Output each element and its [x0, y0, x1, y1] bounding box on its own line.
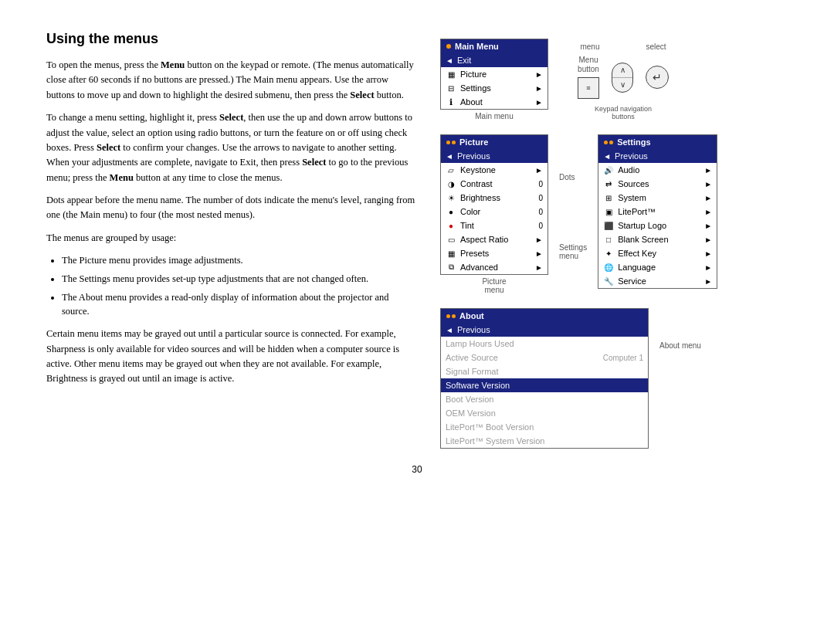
nav-controls: menu select Menubutton ≡ ∧ ∨ ↵	[578, 42, 669, 120]
about-menu-titlebar: About	[441, 309, 648, 323]
menu-btn-label: Menubutton	[578, 56, 599, 74]
paragraph-2: To change a menu setting, highlight it, …	[46, 110, 417, 185]
side-labels: Dots Settings menu	[559, 134, 587, 260]
picture-advanced[interactable]: ⧉ Advanced ►	[441, 260, 548, 274]
dots-label: Dots	[559, 173, 587, 181]
settings-prev-arrow: ◄	[603, 152, 611, 161]
settings-effect[interactable]: ✦ Effect Key ►	[598, 246, 717, 260]
settings-menu-group: Settings ◄ Previous 🔊 Audio ► ⇄ Sources	[598, 134, 717, 289]
presets-arrow: ►	[535, 249, 543, 258]
settings-language[interactable]: 🌐 Language ►	[598, 260, 717, 274]
settings-service[interactable]: 🔧 Service ►	[598, 274, 717, 288]
settings-startup[interactable]: ⬛ Startup Logo ►	[598, 219, 717, 232]
blank-arrow: ►	[704, 236, 712, 244]
about-oem: OEM Version	[441, 406, 648, 420]
about-prev-arrow: ◄	[446, 326, 453, 334]
keystone-arrow: ►	[535, 166, 543, 175]
brightness-icon: ☀	[446, 192, 456, 203]
system-arrow: ►	[704, 194, 712, 202]
keystone-icon: ▱	[446, 164, 456, 175]
picture-presets[interactable]: ▦ Presets ►	[441, 246, 548, 260]
down-button[interactable]: ∨	[612, 78, 632, 92]
about-source: Active Source Computer 1	[441, 351, 648, 364]
about-menu-title: About	[459, 311, 484, 320]
right-column: Main Menu ◄ Exit ▦ Picture ►	[440, 31, 788, 449]
settings-arrow-icon: ►	[535, 84, 543, 93]
menu-item-about[interactable]: ℹ About ►	[441, 95, 548, 109]
usage-list: The Picture menu provides image adjustme…	[62, 253, 417, 319]
system-icon: ⊞	[603, 192, 614, 203]
settings-system[interactable]: ⊞ System ►	[598, 191, 717, 205]
picture-contrast[interactable]: ◑ Contrast 0	[441, 177, 548, 191]
paragraph-3: Dots appear before the menu name. The nu…	[46, 193, 417, 223]
select-button[interactable]: ↵	[646, 66, 669, 89]
picture-brightness[interactable]: ☀ Brightness 0	[441, 191, 548, 205]
about-lamp: Lamp Hours Used	[441, 337, 648, 351]
presets-icon: ▦	[446, 248, 456, 259]
settings-audio[interactable]: 🔊 Audio ►	[598, 163, 717, 177]
advanced-arrow: ►	[535, 263, 543, 272]
paragraph-5: Certain menu items may be grayed out unt…	[46, 327, 417, 387]
about-arrow-icon: ►	[535, 98, 543, 107]
picture-menu-group: Picture ◄ Previous ▱ Keystone ► ◑ Contra…	[440, 134, 548, 294]
list-item-about: The About menu provides a read-only disp…	[62, 290, 417, 320]
picture-label: Picture	[460, 69, 486, 79]
list-item-settings: The Settings menu provides set-up type a…	[62, 272, 417, 286]
prev-arrow-icon: ◄	[446, 152, 453, 161]
settings-menu-title: Settings	[617, 137, 650, 147]
main-menu-group: Main Menu ◄ Exit ▦ Picture ►	[440, 39, 548, 120]
picture-menu-titlebar: Picture	[441, 135, 548, 149]
sources-arrow: ►	[704, 180, 712, 188]
picture-arrow-icon: ►	[535, 70, 543, 79]
effect-arrow: ►	[704, 249, 712, 258]
menu-item-exit[interactable]: ◄ Exit	[441, 53, 548, 67]
keypad-caption: Keypad navigationbuttons	[595, 105, 652, 120]
picture-tint[interactable]: ● Tint 0	[441, 219, 548, 232]
settings-menu-label: Settings menu	[559, 243, 587, 260]
up-button[interactable]: ∧	[612, 63, 632, 77]
picture-prev[interactable]: ◄ Previous	[441, 149, 548, 163]
about-signal: Signal Format	[441, 364, 648, 378]
picture-menu-title: Picture	[459, 137, 488, 147]
paragraph-4: The menus are grouped by usage:	[46, 231, 417, 246]
previous-label: Previous	[457, 151, 490, 161]
settings-label: Settings	[460, 83, 491, 93]
top-right-row: Main Menu ◄ Exit ▦ Picture ►	[440, 39, 788, 120]
about-software-version[interactable]: Software Version	[441, 378, 648, 392]
picture-keystone[interactable]: ▱ Keystone ►	[441, 163, 548, 177]
about-liteport-system: LitePort™ System Version	[441, 434, 648, 448]
picture-menu-caption: Picturemenu	[482, 277, 506, 294]
settings-menu-box: Settings ◄ Previous 🔊 Audio ► ⇄ Sources	[598, 134, 717, 289]
advanced-icon: ⧉	[446, 262, 456, 273]
menu-item-picture[interactable]: ▦ Picture ►	[441, 67, 548, 81]
service-icon: 🔧	[603, 276, 614, 286]
settings-blank[interactable]: □ Blank Screen ►	[598, 232, 717, 246]
settings-liteport[interactable]: ▣ LitePort™ ►	[598, 205, 717, 219]
dot-indicator	[446, 44, 451, 49]
audio-arrow: ►	[704, 166, 712, 175]
settings-prev[interactable]: ◄ Previous	[598, 149, 717, 163]
middle-menus-row: Picture ◄ Previous ▱ Keystone ► ◑ Contra…	[440, 134, 788, 294]
about-prev[interactable]: ◄ Previous	[441, 323, 648, 337]
language-icon: 🌐	[603, 262, 614, 273]
up-down-buttons: ∧ ∨	[612, 63, 633, 93]
startup-arrow: ►	[704, 222, 712, 230]
about-liteport-boot: LitePort™ Boot Version	[441, 420, 648, 434]
menu-item-settings[interactable]: ⊟ Settings ►	[441, 81, 548, 95]
picture-aspect[interactable]: ▭ Aspect Ratio ►	[441, 232, 548, 246]
tint-icon: ●	[446, 220, 456, 231]
settings-sources[interactable]: ⇄ Sources ►	[598, 177, 717, 191]
exit-label: Exit	[457, 56, 471, 65]
color-icon: ●	[446, 206, 456, 217]
about-menu-caption: About menu	[659, 341, 701, 350]
contrast-icon: ◑	[446, 178, 456, 189]
aspect-arrow: ►	[535, 236, 543, 244]
dot-1	[446, 44, 451, 49]
main-menu-caption: Main menu	[475, 112, 513, 120]
picture-dots	[446, 141, 456, 144]
about-caption-area: About menu	[659, 308, 701, 350]
picture-color[interactable]: ● Color 0	[441, 205, 548, 219]
nav-labels-row: menu select	[580, 42, 666, 51]
page-title: Using the menus	[46, 31, 417, 47]
menu-button[interactable]: ≡	[578, 77, 599, 99]
